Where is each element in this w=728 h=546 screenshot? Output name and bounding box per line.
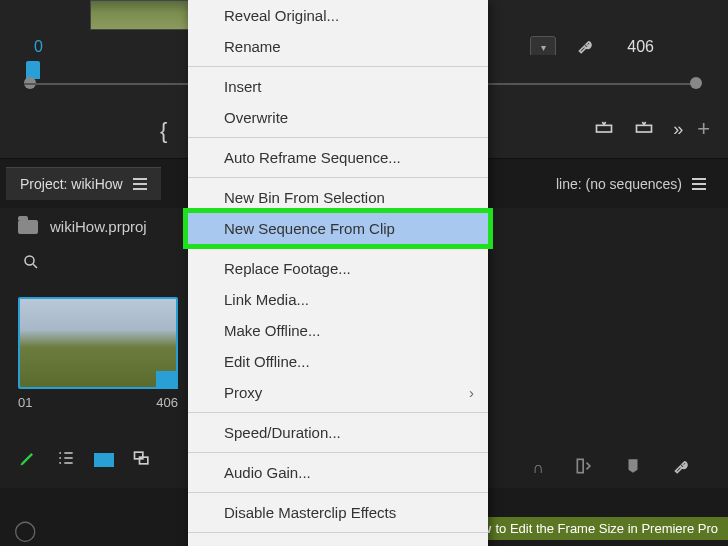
ctx-divider bbox=[188, 532, 488, 533]
timeline-tab-label: line: (no sequences) bbox=[556, 176, 682, 192]
ctx-item-reveal-original[interactable]: Reveal Original... bbox=[188, 0, 488, 31]
clip-range-labels: 01 406 bbox=[18, 395, 178, 410]
panel-menu-icon[interactable] bbox=[133, 178, 147, 190]
ctx-item-edit-offline[interactable]: Edit Offline... bbox=[188, 346, 488, 377]
ctx-item-overwrite[interactable]: Overwrite bbox=[188, 102, 488, 133]
linked-selection-icon[interactable] bbox=[574, 456, 594, 480]
ctx-divider bbox=[188, 412, 488, 413]
ctx-divider bbox=[188, 492, 488, 493]
marker-icon[interactable] bbox=[624, 457, 642, 479]
tab-project[interactable]: Project: wikiHow bbox=[6, 167, 161, 200]
timeline-tool-icons: ∩ bbox=[533, 456, 695, 480]
ctx-item-make-offline[interactable]: Make Offline... bbox=[188, 315, 488, 346]
ctx-item-disable-masterclip-effects[interactable]: Disable Masterclip Effects bbox=[188, 497, 488, 528]
ctx-divider bbox=[188, 452, 488, 453]
svg-rect-1 bbox=[637, 125, 652, 132]
project-view-tools bbox=[18, 448, 152, 472]
icon-view-icon[interactable] bbox=[94, 453, 114, 467]
ctx-item-auto-reframe-sequence[interactable]: Auto Reframe Sequence... bbox=[188, 142, 488, 173]
clip-start-frame: 01 bbox=[18, 395, 32, 410]
wm-rest: to Edit the Frame Size in Premiere Pro bbox=[495, 521, 718, 536]
project-tab-label: Project: wikiHow bbox=[20, 176, 123, 192]
project-filename: wikiHow.prproj bbox=[50, 218, 147, 235]
ctx-divider bbox=[188, 137, 488, 138]
mark-in-out-icon[interactable]: { bbox=[160, 118, 167, 144]
search-icon[interactable] bbox=[22, 253, 40, 275]
panel-menu-icon[interactable] bbox=[692, 178, 706, 190]
timecode-end[interactable]: 406 bbox=[627, 38, 654, 56]
ctx-item-replace-footage[interactable]: Replace Footage... bbox=[188, 253, 488, 284]
ctx-item-audio-gain[interactable]: Audio Gain... bbox=[188, 457, 488, 488]
ctx-divider bbox=[188, 248, 488, 249]
add-button-icon[interactable]: + bbox=[697, 116, 710, 142]
svg-rect-0 bbox=[597, 125, 612, 132]
list-view-icon[interactable] bbox=[56, 448, 76, 472]
context-menu: Reveal Original...RenameInsertOverwriteA… bbox=[188, 0, 488, 546]
ctx-divider bbox=[188, 177, 488, 178]
clip-thumbnail[interactable]: 01 406 bbox=[18, 297, 178, 410]
ctx-item-new-bin-from-selection[interactable]: New Bin From Selection bbox=[188, 182, 488, 213]
tab-timeline[interactable]: line: (no sequences) bbox=[542, 168, 720, 200]
ctx-item-proxy[interactable]: Proxy bbox=[188, 377, 488, 408]
ctx-item-link-media[interactable]: Link Media... bbox=[188, 284, 488, 315]
timecode-start[interactable]: 0 bbox=[34, 38, 43, 56]
clip-preview-image bbox=[18, 297, 178, 389]
overwrite-icon[interactable] bbox=[633, 117, 655, 141]
ruler-end-handle[interactable] bbox=[690, 77, 702, 89]
ctx-item-speed-duration[interactable]: Speed/Duration... bbox=[188, 417, 488, 448]
settings-wrench-icon[interactable] bbox=[672, 456, 694, 480]
ctx-item-new-sequence-from-clip[interactable]: New Sequence From Clip bbox=[188, 213, 488, 244]
pen-icon[interactable] bbox=[18, 448, 38, 472]
clip-end-frame: 406 bbox=[156, 395, 178, 410]
folder-icon bbox=[18, 220, 38, 234]
creative-cloud-icon: ◯ bbox=[14, 518, 36, 542]
clip-thumbnail-strip bbox=[90, 0, 190, 30]
svg-rect-5 bbox=[577, 459, 583, 472]
clip-badge-icon bbox=[156, 371, 178, 389]
ctx-item-rename[interactable]: Rename bbox=[188, 31, 488, 62]
insert-icon[interactable] bbox=[593, 117, 615, 141]
freeform-view-icon[interactable] bbox=[132, 448, 152, 472]
ctx-item-label[interactable]: Label bbox=[188, 537, 488, 546]
more-controls-icon[interactable]: » bbox=[673, 119, 679, 140]
svg-point-2 bbox=[25, 256, 34, 265]
ctx-divider bbox=[188, 66, 488, 67]
snap-icon[interactable]: ∩ bbox=[533, 459, 545, 477]
ctx-item-insert[interactable]: Insert bbox=[188, 71, 488, 102]
